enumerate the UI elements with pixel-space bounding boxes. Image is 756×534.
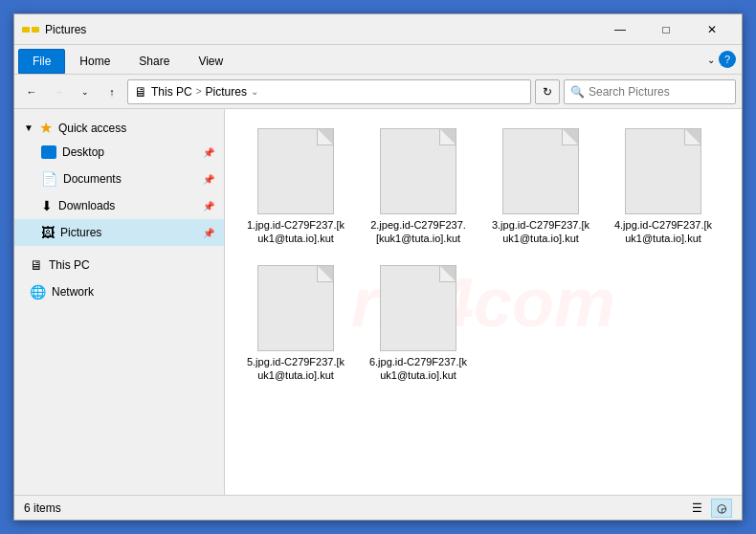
file-item-file4[interactable]: 4.jpg.id-C279F237.[kuk1@tuta.io].kut	[606, 122, 721, 252]
title-bar-controls: — □ ✕	[598, 14, 734, 45]
up-button[interactable]: ↑	[100, 80, 123, 103]
sidebar-item-label-network: Network	[52, 285, 94, 299]
pictures-icon: 🖼	[41, 225, 55, 240]
file-thumb	[380, 265, 456, 351]
search-box[interactable]: 🔍	[564, 79, 736, 104]
forward-button[interactable]: →	[47, 80, 70, 103]
file-item-file3[interactable]: 3.jpg.id-C279F237.[kuk1@tuta.io].kut	[483, 122, 598, 252]
sidebar-item-label-downloads: Downloads	[58, 199, 115, 212]
view-controls: ☰ ◶	[686, 499, 732, 518]
window-title: Pictures	[45, 23, 598, 36]
quick-access-label: Quick access	[58, 122, 126, 135]
file-name: 2.jpeg.id-C279F237.[kuk1@tuta.io].kut	[367, 218, 470, 246]
file-thumb	[257, 128, 334, 214]
sidebar-item-documents[interactable]: 📄 Documents 📌	[14, 166, 224, 192]
documents-icon: 📄	[41, 171, 57, 187]
sidebar-item-network[interactable]: 🌐 Network	[14, 278, 224, 305]
sidebar-item-label-desktop: Desktop	[62, 145, 104, 159]
tab-share[interactable]: Share	[124, 49, 184, 74]
file-thumb	[625, 128, 701, 214]
file-name: 6.jpg.id-C279F237.[kuk1@tuta.io].kut	[367, 355, 470, 383]
file-item-file6[interactable]: 6.jpg.id-C279F237.[kuk1@tuta.io].kut	[361, 259, 476, 389]
file-name: 3.jpg.id-C279F237.[kuk1@tuta.io].kut	[489, 218, 592, 246]
path-dropdown-arrow[interactable]: ⌄	[251, 86, 258, 97]
maximize-button[interactable]: □	[644, 14, 688, 45]
path-this-pc[interactable]: This PC	[151, 85, 192, 99]
tab-file[interactable]: File	[18, 49, 65, 74]
pin-icon-downloads: 📌	[203, 201, 214, 211]
sidebar-item-pictures[interactable]: 🖼 Pictures 📌	[14, 219, 224, 246]
close-button[interactable]: ✕	[690, 14, 734, 45]
tab-view[interactable]: View	[184, 49, 237, 74]
file-item-file2[interactable]: 2.jpeg.id-C279F237.[kuk1@tuta.io].kut	[361, 122, 476, 252]
file-name: 4.jpg.id-C279F237.[kuk1@tuta.io].kut	[611, 218, 715, 246]
explorer-window: Pictures — □ ✕ File Home Share View ⌄ ? …	[13, 13, 743, 521]
tab-home[interactable]: Home	[65, 49, 124, 74]
file-area: ris4com 1.jpg.id-C279F237.[kuk1@tuta.io]…	[225, 109, 742, 495]
sidebar: ▼ ★ Quick access Desktop 📌 📄 Documents 📌…	[14, 109, 225, 495]
file-thumb	[380, 128, 456, 214]
file-thumb	[502, 128, 579, 214]
pin-icon-desktop: 📌	[203, 147, 214, 158]
title-bar: Pictures — □ ✕	[14, 14, 742, 45]
quick-access-section: ▼ ★ Quick access	[14, 117, 224, 139]
file-name: 5.jpg.id-C279F237.[kuk1@tuta.io].kut	[244, 355, 347, 383]
address-path[interactable]: 🖥 This PC > Pictures ⌄	[127, 79, 531, 104]
file-item-file5[interactable]: 5.jpg.id-C279F237.[kuk1@tuta.io].kut	[238, 259, 353, 389]
downloads-icon: ⬇	[41, 198, 53, 213]
quick-access-arrow[interactable]: ▼	[24, 122, 33, 133]
refresh-button[interactable]: ↻	[535, 79, 560, 104]
title-bar-icon	[22, 22, 41, 37]
search-icon: 🔍	[570, 85, 585, 99]
quick-access-icon: ★	[39, 119, 53, 137]
help-button[interactable]: ?	[719, 51, 736, 68]
sidebar-item-label-thispc: This PC	[49, 258, 90, 272]
details-view-button[interactable]: ☰	[686, 499, 707, 518]
ribbon-chevron: ⌄ ?	[707, 45, 742, 74]
file-item-file1[interactable]: 1.jpg.id-C279F237.[kuk1@tuta.io].kut	[238, 122, 353, 252]
desktop-icon	[41, 145, 56, 159]
main-content: ▼ ★ Quick access Desktop 📌 📄 Documents 📌…	[14, 109, 742, 495]
sidebar-item-downloads[interactable]: ⬇ Downloads 📌	[14, 192, 224, 219]
large-icons-view-button[interactable]: ◶	[711, 499, 732, 518]
sidebar-item-desktop[interactable]: Desktop 📌	[14, 139, 224, 166]
path-separator-1: >	[196, 86, 202, 97]
file-name: 1.jpg.id-C279F237.[kuk1@tuta.io].kut	[244, 218, 347, 246]
sidebar-item-label-documents: Documents	[63, 172, 122, 186]
status-count: 6 items	[24, 501, 61, 515]
files-grid: 1.jpg.id-C279F237.[kuk1@tuta.io].kut 2.j…	[234, 119, 732, 391]
status-bar: 6 items ☰ ◶	[14, 495, 742, 520]
address-bar: ← → ⌄ ↑ 🖥 This PC > Pictures ⌄ ↻ 🔍	[14, 75, 742, 109]
thispc-icon: 🖥	[30, 257, 43, 273]
pin-icon-documents: 📌	[203, 174, 214, 185]
chevron-down-icon[interactable]: ⌄	[707, 55, 715, 65]
network-icon: 🌐	[30, 284, 46, 300]
recent-locations-button[interactable]: ⌄	[74, 80, 97, 103]
search-input[interactable]	[589, 85, 729, 99]
path-this-pc-icon: 🖥	[134, 84, 147, 100]
back-button[interactable]: ←	[20, 80, 43, 103]
ribbon-tabs: File Home Share View ⌄ ?	[14, 45, 742, 74]
file-thumb	[257, 265, 334, 351]
path-pictures[interactable]: Pictures	[206, 85, 247, 99]
sidebar-item-thispc[interactable]: 🖥 This PC	[14, 252, 224, 278]
minimize-button[interactable]: —	[598, 14, 642, 45]
pin-icon-pictures: 📌	[203, 228, 214, 238]
sidebar-item-label-pictures: Pictures	[60, 226, 101, 239]
ribbon: File Home Share View ⌄ ?	[14, 45, 742, 75]
